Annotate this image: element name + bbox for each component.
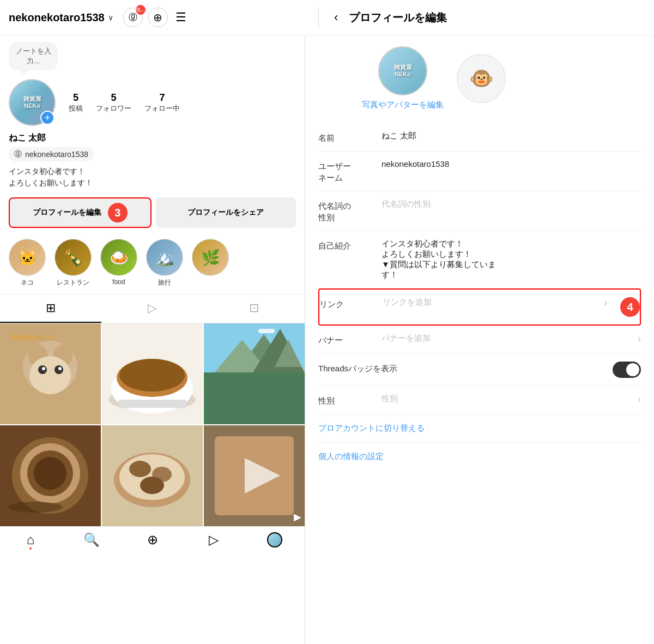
menu-icon[interactable]: ☰ [175, 10, 186, 25]
right-avatar[interactable]: 雑貨屋NEKo [378, 46, 427, 95]
svg-point-34 [140, 477, 164, 494]
highlight-food[interactable]: 🍛 food [100, 239, 137, 287]
svg-point-7 [42, 367, 45, 370]
note-bubble[interactable]: ノートを入力... [9, 42, 58, 70]
form-row-pronouns[interactable]: 代名詞の性別 代名詞の性別 [318, 191, 641, 231]
restaurant-icon: 🍾 [55, 239, 91, 275]
step3-badge: 3 [108, 203, 128, 222]
back-arrow-icon[interactable]: ‹ [334, 10, 338, 25]
food2-photo [102, 425, 203, 526]
grid-item-1[interactable]: 生後推定6ヶ月 [0, 323, 101, 424]
stat-following[interactable]: 7 フォロー中 [144, 92, 180, 113]
tagged-tab-icon: ⊡ [249, 301, 259, 315]
highlight-circle-food: 🍛 [100, 239, 137, 276]
threads-badge-toggle[interactable] [613, 362, 641, 378]
avatar-placeholder-col: 🐵 [457, 54, 506, 103]
video-play-icon: ▶ [294, 511, 301, 523]
main-content: ノートを入力... 雑貨屋NEKo + 5 投稿 5 フォロワー [0, 35, 654, 644]
nav-home[interactable]: ⌂ [0, 532, 61, 547]
form-row-link[interactable]: リンク リンクを追加 › 4 [318, 288, 641, 326]
form-row-threads-badge: Threadsバッジを表示 [318, 354, 641, 386]
nav-search[interactable]: 🔍 [61, 532, 122, 547]
avatar-text: 雑貨屋NEKo [23, 95, 41, 110]
highlight-circle-travel: 🏔️ [146, 239, 183, 276]
toggle-knob [626, 363, 639, 376]
threads-handle[interactable]: ⓖ nekonekotaro1538 [9, 147, 94, 161]
video-tab-icon: ▷ [148, 301, 157, 315]
link-label: リンク [319, 297, 374, 310]
right-header: ‹ プロフィールを編集 [323, 10, 645, 25]
grid-item-5[interactable] [102, 425, 203, 526]
edit-profile-button[interactable]: プロフィールを編集 3 [9, 197, 152, 228]
tab-video[interactable]: ▷ [101, 294, 203, 323]
svg-point-14 [119, 359, 185, 392]
svg-point-8 [58, 367, 62, 370]
home-icon: ⌂ [27, 532, 35, 547]
banner-chevron-icon: › [638, 333, 641, 345]
username-text: nekonekotaro1538 [9, 11, 105, 24]
action-buttons: プロフィールを編集 3 プロフィールをシェア [0, 195, 305, 234]
highlight-5[interactable]: 🌿 [192, 239, 229, 287]
gorilla-icon: 🐵 [469, 67, 494, 90]
avatar-add-button[interactable]: + [40, 111, 55, 125]
nav-add[interactable]: ⊕ [122, 532, 183, 547]
highlight-label-neko: ネコ [21, 278, 34, 287]
highlight-restaurant[interactable]: 🍾 レストラン [55, 239, 92, 287]
link-placeholder: リンクを追加 [383, 297, 595, 308]
grid-item-6[interactable]: ▶ [204, 425, 305, 526]
avatar-placeholder[interactable]: 🐵 [457, 54, 506, 103]
nav-avatar [267, 532, 282, 547]
pronouns-placeholder: 代名詞の性別 [382, 199, 641, 209]
nav-active-dot [29, 547, 32, 550]
following-label: フォロー中 [144, 104, 180, 113]
svg-rect-17 [204, 372, 305, 424]
threads-icon[interactable]: ⓖ 他... [123, 8, 143, 27]
stat-followers[interactable]: 5 フォロワー [96, 92, 131, 113]
bio-label: 自己紹介 [318, 239, 373, 251]
bottom-nav: ⌂ 🔍 ⊕ ▷ [0, 526, 305, 553]
personal-info-link[interactable]: 個人の情報の設定 [318, 443, 641, 471]
highlight-label-travel: 旅行 [158, 278, 171, 287]
add-icon: ⊕ [147, 532, 158, 547]
form-row-username[interactable]: ユーザーネーム nekonekotaro1538 [318, 152, 641, 191]
posts-label: 投稿 [69, 104, 83, 113]
highlight-circle-neko: 🐱 [9, 239, 46, 276]
chevron-down-icon: ∨ [108, 13, 113, 22]
share-profile-button[interactable]: プロフィールをシェア [156, 197, 296, 228]
cat-icon: 🐱 [9, 239, 45, 275]
edit-profile-title: プロフィールを編集 [349, 10, 447, 25]
highlight-travel[interactable]: 🏔️ 旅行 [146, 239, 183, 287]
step4-badge: 4 [620, 297, 640, 317]
gender-chevron-icon: › [638, 394, 641, 405]
video-photo [204, 425, 305, 526]
tab-tagged[interactable]: ⊡ [203, 294, 305, 323]
nav-profile[interactable] [244, 532, 305, 547]
grid-item-2[interactable] [102, 323, 203, 424]
photo-grid: 生後推定6ヶ月 [0, 323, 305, 526]
edit-photo-link[interactable]: 写真やアバターを編集 [362, 100, 444, 110]
nav-reels[interactable]: ▷ [183, 532, 244, 547]
avatar-container: 雑貨屋NEKo + [9, 79, 56, 126]
travel-icon: 🏔️ [147, 239, 183, 275]
highlights-row: 🐱 ネコ 🍾 レストラン 🍛 food 🏔️ 旅行 [0, 234, 305, 294]
username-area[interactable]: nekonekotaro1538 ∨ [9, 11, 113, 24]
svg-rect-21 [258, 329, 275, 333]
threads-handle-text: nekonekotaro1538 [25, 150, 88, 159]
tab-grid[interactable]: ⊞ [0, 294, 101, 323]
bio-text: インスタ初心者です！よろしくお願いします！ [0, 166, 305, 195]
highlight-neko[interactable]: 🐱 ネコ [9, 239, 46, 287]
add-post-button[interactable]: ⊕ [148, 8, 168, 27]
form-row-name[interactable]: 名前 ねこ 太郎 [318, 123, 641, 152]
more-icon: 🌿 [192, 239, 228, 275]
form-row-gender[interactable]: 性別 性別 › [318, 386, 641, 414]
banner-label: バナー [318, 333, 373, 346]
pro-account-link[interactable]: プロアカウントに切り替える [318, 414, 641, 443]
avatar-section: 雑貨屋NEKo 写真やアバターを編集 🐵 [318, 46, 641, 110]
svg-text:生後推定6ヶ月: 生後推定6ヶ月 [11, 334, 54, 341]
grid-tab-icon: ⊞ [46, 301, 56, 315]
username-label: ユーザーネーム [318, 159, 373, 183]
form-row-banner[interactable]: バナー バナーを追加 › [318, 326, 641, 354]
grid-item-4[interactable] [0, 425, 101, 526]
grid-item-3[interactable] [204, 323, 305, 424]
form-row-bio[interactable]: 自己紹介 インスタ初心者です！よろしくお願いします！▼質問は以下より募集していま… [318, 231, 641, 288]
